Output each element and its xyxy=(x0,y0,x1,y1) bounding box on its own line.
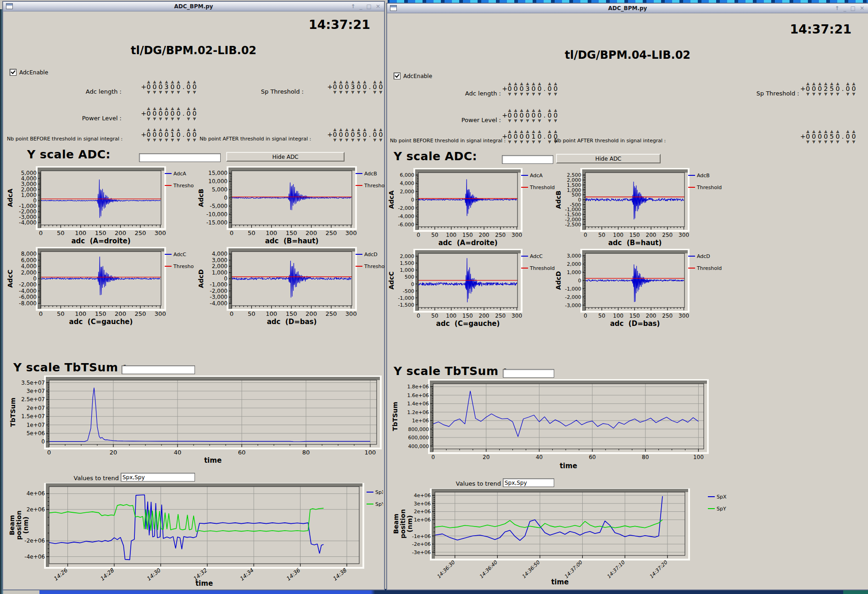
adc-enable-checkbox[interactable] xyxy=(10,69,17,76)
spinner-down-icon[interactable]: ▼ xyxy=(165,138,168,142)
titlebar[interactable]: ADC_BPM.py ↑ _ □ ✕ xyxy=(387,4,868,13)
spinner-down-icon[interactable]: ▼ xyxy=(373,90,377,94)
spinner-down-icon[interactable]: ▼ xyxy=(177,90,180,94)
spinner-down-icon[interactable]: ▼ xyxy=(187,117,190,121)
spinner-down-icon[interactable]: ▼ xyxy=(339,138,343,142)
spinner-down-icon[interactable]: ▼ xyxy=(363,138,367,142)
close-icon[interactable]: ✕ xyxy=(860,5,864,12)
spinner-down-icon[interactable]: ▼ xyxy=(357,138,361,142)
spinner-down-icon[interactable]: ▼ xyxy=(153,117,156,121)
spinner-down-icon[interactable]: ▼ xyxy=(538,92,541,96)
sp-threshold-spinner[interactable]: ▲+▼▲0▼▲0▼▲0▼▲3▼▲0▼▲0▼▲.▼▲0▼▲0▼ xyxy=(328,80,384,94)
spinner-down-icon[interactable]: ▼ xyxy=(508,92,512,96)
spinner-down-icon[interactable]: ▼ xyxy=(153,138,156,142)
spinner-down-icon[interactable]: ▼ xyxy=(159,138,162,142)
hide-adc-button[interactable]: Hide ADC xyxy=(226,152,345,162)
power-level-spinner[interactable]: ▲+▼▲0▼▲0▼▲0▼▲0▼▲0▼▲0▼▲.▼▲0▼▲0▼ xyxy=(503,108,558,123)
spinner-down-icon[interactable]: ▼ xyxy=(526,140,529,144)
spinner-down-icon[interactable]: ▼ xyxy=(532,119,535,123)
nb-before-spinner[interactable]: ▲+▼▲0▼▲0▼▲0▼▲0▼▲1▼▲0▼▲.▼▲0▼▲0▼ xyxy=(503,129,558,144)
spinner-down-icon[interactable]: ▼ xyxy=(345,138,349,142)
shade-icon[interactable]: ↑ xyxy=(351,3,356,10)
minimize-icon[interactable]: _ xyxy=(360,3,362,10)
spinner-down-icon[interactable]: ▼ xyxy=(514,92,517,96)
sp-threshold-spinner[interactable]: ▲+▼▲0▼▲0▼▲0▼▲2▼▲5▼▲0▼▲.▼▲0▼▲0▼ xyxy=(801,82,857,96)
spinner-down-icon[interactable]: ▼ xyxy=(538,140,541,144)
spinner-down-icon[interactable]: ▼ xyxy=(171,90,174,94)
shade-icon[interactable]: ↑ xyxy=(835,5,840,12)
adc-length-spinner[interactable]: ▲+▼▲0▼▲0▼▲0▼▲3▼▲0▼▲0▼▲.▼▲0▼▲0▼ xyxy=(503,82,558,96)
spinner-down-icon[interactable]: ▼ xyxy=(171,117,174,121)
spinner-down-icon[interactable]: ▼ xyxy=(548,119,551,123)
spinner-down-icon[interactable]: ▼ xyxy=(171,138,174,142)
values-to-trend-input[interactable] xyxy=(503,478,554,487)
minimize-icon[interactable]: _ xyxy=(844,5,846,12)
spinner-down-icon[interactable]: ▼ xyxy=(526,119,529,123)
spinner-down-icon[interactable]: ▼ xyxy=(548,140,551,144)
spinner-down-icon[interactable]: ▼ xyxy=(852,92,856,96)
spinner-down-icon[interactable]: ▼ xyxy=(520,140,523,144)
spinner-down-icon[interactable]: ▼ xyxy=(177,117,180,121)
hide-adc-button[interactable]: Hide ADC xyxy=(556,154,661,163)
spinner-down-icon[interactable]: ▼ xyxy=(520,119,523,123)
spinner-down-icon[interactable]: ▼ xyxy=(187,138,190,142)
spinner-down-icon[interactable]: ▼ xyxy=(830,140,834,144)
spinner-down-icon[interactable]: ▼ xyxy=(812,140,816,144)
spinner-down-icon[interactable]: ▼ xyxy=(334,90,337,94)
spinner-down-icon[interactable]: ▼ xyxy=(373,138,377,142)
values-to-trend-input[interactable] xyxy=(121,473,195,482)
spinner-down-icon[interactable]: ▼ xyxy=(852,140,856,144)
spinner-down-icon[interactable]: ▼ xyxy=(824,140,828,144)
spinner-down-icon[interactable]: ▼ xyxy=(812,92,816,96)
spinner-down-icon[interactable]: ▼ xyxy=(363,90,367,94)
spinner-down-icon[interactable]: ▼ xyxy=(818,140,822,144)
spinner-down-icon[interactable]: ▼ xyxy=(846,140,850,144)
spinner-down-icon[interactable]: ▼ xyxy=(532,92,535,96)
spinner-down-icon[interactable]: ▼ xyxy=(177,138,180,142)
y-scale-adc-input[interactable] xyxy=(139,153,221,162)
close-icon[interactable]: ✕ xyxy=(376,3,380,10)
y-scale-tbtsum-input[interactable] xyxy=(122,365,195,374)
spinner-down-icon[interactable]: ▼ xyxy=(538,119,541,123)
spinner-down-icon[interactable]: ▼ xyxy=(836,92,840,96)
y-scale-tbtsum-input[interactable] xyxy=(503,369,554,378)
spinner-down-icon[interactable]: ▼ xyxy=(351,138,355,142)
spinner-down-icon[interactable]: ▼ xyxy=(379,90,383,94)
spinner-down-icon[interactable]: ▼ xyxy=(520,92,523,96)
spinner-down-icon[interactable]: ▼ xyxy=(153,90,156,94)
nb-before-spinner[interactable]: ▲+▼▲0▼▲0▼▲0▼▲0▼▲1▼▲0▼▲.▼▲0▼▲0▼ xyxy=(142,128,197,142)
nb-after-spinner[interactable]: ▲+▼▲0▼▲0▼▲0▼▲0▼▲5▼▲0▼▲.▼▲0▼▲0▼ xyxy=(328,128,384,142)
spinner-down-icon[interactable]: ▼ xyxy=(836,140,840,144)
spinner-down-icon[interactable]: ▼ xyxy=(147,117,150,121)
spinner-down-icon[interactable]: ▼ xyxy=(379,138,383,142)
spinner-down-icon[interactable]: ▼ xyxy=(807,92,810,96)
spinner-down-icon[interactable]: ▼ xyxy=(187,90,190,94)
adc-enable-checkbox[interactable] xyxy=(394,73,401,79)
titlebar[interactable]: ADC_BPM.py ↑ _ □ ✕ xyxy=(3,2,384,11)
spinner-down-icon[interactable]: ▼ xyxy=(165,117,168,121)
adc-length-spinner[interactable]: ▲+▼▲0▼▲0▼▲0▼▲3▼▲0▼▲0▼▲.▼▲0▼▲0▼ xyxy=(142,80,197,94)
spinner-down-icon[interactable]: ▼ xyxy=(526,92,529,96)
spinner-down-icon[interactable]: ▼ xyxy=(147,138,150,142)
spinner-down-icon[interactable]: ▼ xyxy=(846,92,850,96)
spinner-down-icon[interactable]: ▼ xyxy=(548,92,551,96)
spinner-down-icon[interactable]: ▼ xyxy=(351,90,355,94)
spinner-down-icon[interactable]: ▼ xyxy=(818,92,822,96)
spinner-down-icon[interactable]: ▼ xyxy=(807,140,810,144)
spinner-down-icon[interactable]: ▼ xyxy=(508,140,512,144)
spinner-down-icon[interactable]: ▼ xyxy=(334,138,337,142)
power-level-spinner[interactable]: ▲+▼▲0▼▲0▼▲0▼▲0▼▲0▼▲0▼▲.▼▲0▼▲0▼ xyxy=(142,106,197,121)
spinner-down-icon[interactable]: ▼ xyxy=(554,92,557,96)
spinner-down-icon[interactable]: ▼ xyxy=(532,140,535,144)
spinner-down-icon[interactable]: ▼ xyxy=(830,92,834,96)
nb-after-spinner[interactable]: ▲+▼▲0▼▲0▼▲0▼▲0▼▲5▼▲0▼▲.▼▲0▼▲0▼ xyxy=(801,129,857,144)
spinner-down-icon[interactable]: ▼ xyxy=(357,90,361,94)
spinner-down-icon[interactable]: ▼ xyxy=(193,90,196,94)
spinner-down-icon[interactable]: ▼ xyxy=(159,90,162,94)
maximize-icon[interactable]: □ xyxy=(367,3,372,10)
spinner-down-icon[interactable]: ▼ xyxy=(508,119,512,123)
spinner-down-icon[interactable]: ▼ xyxy=(193,117,196,121)
spinner-down-icon[interactable]: ▼ xyxy=(193,138,196,142)
spinner-down-icon[interactable]: ▼ xyxy=(147,90,150,94)
spinner-down-icon[interactable]: ▼ xyxy=(345,90,349,94)
